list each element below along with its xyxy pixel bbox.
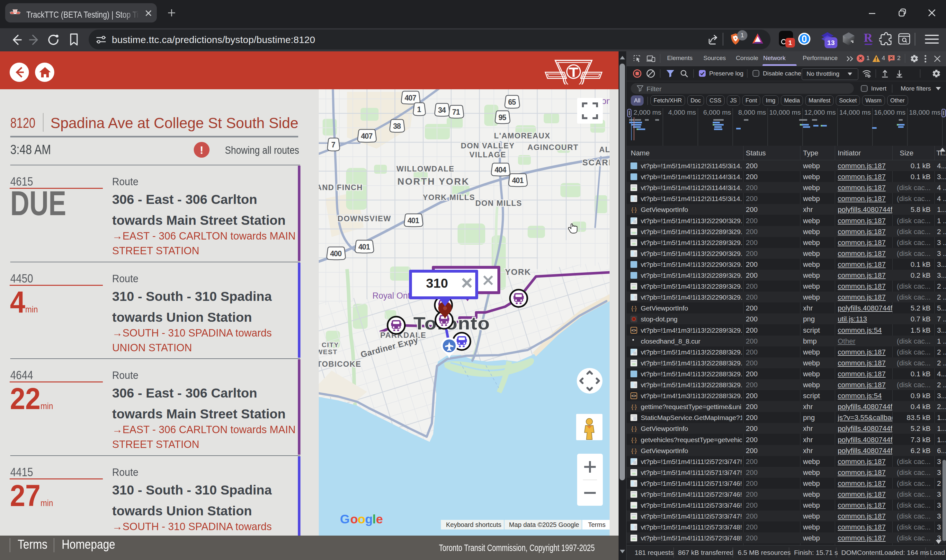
svg-text:DON MILLS: DON MILLS — [475, 199, 522, 208]
svg-text:401: 401 — [358, 243, 370, 251]
svg-text:e: e — [376, 512, 383, 526]
svg-text:400: 400 — [330, 249, 341, 258]
svg-text:34: 34 — [438, 106, 446, 114]
svg-text:TOBICOKE: TOBICOKE — [319, 360, 361, 368]
svg-text:71: 71 — [452, 108, 460, 116]
svg-text:2,000 ms: 2,000 ms — [634, 109, 661, 116]
svg-text:YORK MILLS: YORK MILLS — [423, 193, 475, 202]
svg-text:38: 38 — [393, 122, 401, 130]
svg-text:401: 401 — [407, 217, 419, 225]
svg-text:WILLOWDALE: WILLOWDALE — [397, 165, 454, 173]
svg-text:65: 65 — [508, 98, 516, 106]
svg-text:l: l — [372, 512, 376, 526]
svg-text:E AND FINCH: E AND FINCH — [319, 183, 363, 192]
svg-text:DON VALLEY: DON VALLEY — [461, 141, 515, 150]
svg-text:- CITY: - CITY — [319, 341, 339, 348]
svg-text:AGINCOURT: AGINCOURT — [528, 143, 579, 152]
svg-text:4,000 ms: 4,000 ms — [668, 109, 696, 116]
svg-text:L'AMOREAUX: L'AMOREAUX — [494, 131, 550, 140]
svg-text:404: 404 — [495, 166, 506, 174]
svg-text:o: o — [350, 512, 358, 526]
svg-text:310: 310 — [426, 276, 448, 291]
svg-text:Map data ©2025 Google: Map data ©2025 Google — [509, 521, 579, 528]
svg-text:Terms: Terms — [588, 521, 605, 528]
svg-text:YORK: YORK — [505, 267, 531, 277]
svg-text:407: 407 — [404, 94, 416, 102]
svg-text:12,000 ms: 12,000 ms — [804, 109, 836, 116]
svg-text:407: 407 — [361, 132, 372, 140]
svg-text:14,000 ms: 14,000 ms — [840, 109, 871, 116]
svg-text:VILLAGE: VILLAGE — [469, 150, 506, 159]
svg-text:o: o — [358, 512, 365, 526]
svg-text:Keyboard shortcuts: Keyboard shortcuts — [446, 521, 501, 528]
svg-text:95: 95 — [498, 113, 506, 122]
svg-text:401: 401 — [512, 176, 524, 185]
svg-text:16,000 ms: 16,000 ms — [874, 109, 906, 116]
svg-text:G: G — [340, 512, 349, 526]
svg-text:NORTH YORK: NORTH YORK — [398, 176, 469, 186]
svg-text:WEST: WEST — [319, 348, 337, 355]
svg-text:R: R — [864, 31, 873, 44]
svg-text:10,000 ms: 10,000 ms — [769, 109, 801, 116]
svg-text:6,000 ms: 6,000 ms — [704, 109, 731, 116]
svg-text:SCARBOR: SCARBOR — [582, 158, 610, 167]
svg-text:7: 7 — [331, 141, 335, 149]
svg-text:g: g — [365, 512, 372, 526]
svg-text:DOWNSVIEW: DOWNSVIEW — [338, 214, 391, 223]
svg-text:AL: AL — [599, 145, 610, 154]
svg-text:18,000 ms: 18,000 ms — [909, 109, 941, 116]
svg-text:8,000 ms: 8,000 ms — [738, 109, 766, 116]
svg-text:1: 1 — [417, 105, 421, 114]
